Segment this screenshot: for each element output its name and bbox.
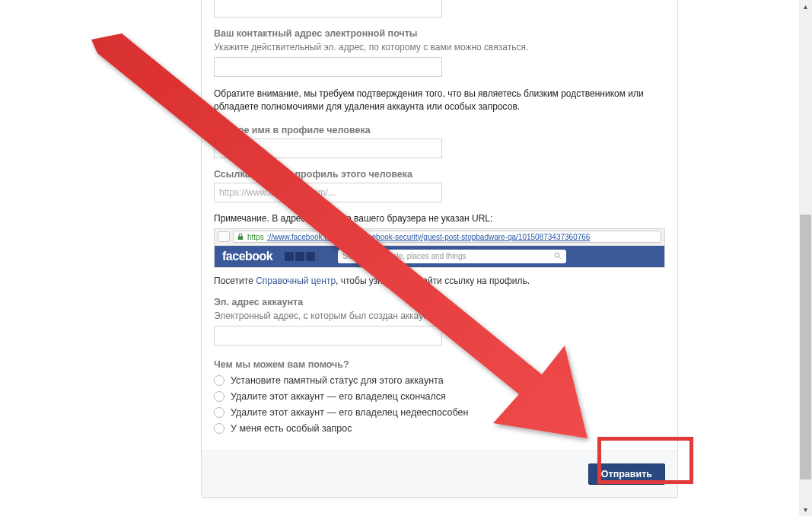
messages-icon (295, 252, 304, 261)
demo-header-icons (285, 252, 315, 261)
contact-email-label: Ваш контактный адрес электронной почты (214, 28, 665, 39)
globe-icon (306, 252, 315, 261)
account-email-input[interactable] (214, 326, 442, 346)
search-icon (554, 252, 562, 261)
contact-email-input[interactable] (214, 57, 442, 77)
radio-icon (214, 375, 224, 386)
page-viewport: Ваш контактный адрес электронной почты У… (0, 0, 812, 516)
form-footer: Отправить (202, 451, 677, 497)
scrollbar-track[interactable]: ▴ ▾ (799, 0, 812, 516)
demo-search-placeholder: Search for people, places and things (342, 252, 554, 260)
demo-url-scheme: https (247, 233, 264, 241)
submit-button[interactable]: Отправить (588, 463, 665, 485)
person-name-input[interactable] (214, 139, 442, 158)
radio-option-delete-deceased[interactable]: Удалите этот аккаунт — его владелец скон… (214, 391, 665, 402)
demo-facebook-header: facebook Search for people, places and t… (215, 246, 664, 267)
scrollbar-thumb[interactable] (800, 215, 811, 479)
radio-option-delete-incapacitated[interactable]: Удалите этот аккаунт — его владелец неде… (214, 407, 665, 418)
svg-point-0 (556, 253, 560, 257)
radio-icon (214, 407, 224, 418)
profile-url-input[interactable] (214, 183, 442, 202)
radio-label: Удалите этот аккаунт — его владелец неде… (231, 407, 468, 418)
radio-label: Установите памятный статус для этого акк… (231, 375, 444, 386)
help-center-link[interactable]: Справочный центр (256, 276, 336, 286)
radio-icon (214, 423, 224, 434)
radio-option-memorialize[interactable]: Установите памятный статус для этого акк… (214, 375, 665, 386)
demo-nav-back-icon (218, 231, 230, 242)
form-body: Ваш контактный адрес электронной почты У… (202, 0, 677, 451)
profile-url-label: Ссылка (URL) на профиль этого человека (214, 169, 665, 180)
demo-browser-toolbar: https ://www.facebook.com/notes/facebook… (215, 229, 664, 246)
scrollbar-arrow-up-icon[interactable]: ▴ (799, 0, 812, 13)
relative-notice-text: Обратите внимание, мы требуем подтвержде… (214, 88, 665, 114)
account-email-help: Электронный адрес, с которым был создан … (214, 311, 665, 321)
person-name-label: Полное имя в профиле человека (214, 125, 665, 135)
radio-option-special-request[interactable]: У меня есть особый запрос (214, 423, 665, 434)
contact-email-help: Укажите действительный эл. адрес, по кот… (214, 42, 665, 53)
radio-label: Удалите этот аккаунт — его владелец скон… (231, 391, 446, 402)
facebook-logo: facebook (222, 250, 272, 263)
help-question-label: Чем мы можем вам помочь? (214, 359, 665, 370)
submit-wrap: Отправить (588, 463, 665, 485)
radio-icon (214, 391, 224, 402)
form-card: Ваш контактный адрес электронной почты У… (201, 0, 678, 498)
help-center-suffix: , чтобы узнать, как найти ссылку на проф… (336, 276, 530, 286)
svg-line-1 (559, 256, 562, 259)
your-name-input[interactable] (214, 0, 442, 18)
demo-url-field: https ://www.facebook.com/notes/facebook… (233, 231, 661, 243)
account-email-label: Эл. адрес аккаунта (214, 297, 665, 307)
radio-label: У меня есть особый запрос (231, 423, 352, 434)
demo-search-box: Search for people, places and things (338, 250, 566, 263)
lock-icon (237, 232, 244, 241)
addressbar-demo-image: https ://www.facebook.com/notes/facebook… (214, 228, 665, 268)
demo-url-text: ://www.facebook.com/notes/facebook-secur… (267, 233, 591, 241)
help-center-prefix: Посетите (214, 276, 256, 286)
friends-icon (285, 252, 294, 261)
scrollbar-arrow-down-icon[interactable]: ▾ (799, 503, 812, 516)
help-center-line: Посетите Справочный центр, чтобы узнать,… (214, 276, 665, 286)
url-note-text: Примечание. В адресной строке вашего бра… (214, 213, 665, 224)
